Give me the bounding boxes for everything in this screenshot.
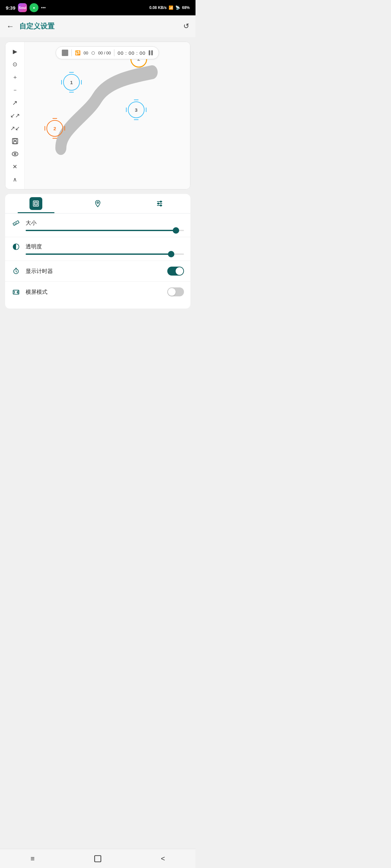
pause-button[interactable]	[149, 50, 153, 55]
stop-button[interactable]	[62, 50, 68, 56]
size-slider-container	[11, 230, 184, 231]
size-slider-fill	[26, 230, 176, 231]
back-button[interactable]: ←	[6, 22, 14, 31]
canvas-card: ▶ ⊙ ＋ － ↗ ↙↗ ↗↙ ✕ ∧	[5, 41, 190, 189]
size-label: 大小	[26, 219, 184, 226]
browser-app-icon: ●	[29, 3, 38, 12]
repeat-icon: 🔁	[75, 50, 80, 55]
svg-rect-6	[35, 202, 37, 205]
svg-point-12	[158, 203, 159, 204]
status-time: 9:39	[6, 5, 16, 10]
status-left: 9:39 Soul ● •••	[6, 3, 46, 12]
settings-card: 大小	[5, 194, 190, 309]
eye-button[interactable]	[8, 148, 22, 160]
status-right: 0.08 KB/s 📶 📡 68%	[149, 5, 190, 10]
svg-point-7	[97, 202, 99, 204]
path-svg	[25, 42, 190, 189]
header: ← 自定义设置 ↺	[0, 16, 196, 37]
opacity-slider-row: 透明度	[11, 243, 184, 250]
timer-label: 显示计时器	[26, 268, 162, 275]
record-button[interactable]: ⊙	[8, 59, 22, 70]
svg-point-3	[12, 152, 18, 156]
opacity-slider-thumb[interactable]	[168, 251, 174, 257]
waypoint-3-label: 3	[135, 107, 138, 113]
opacity-icon	[11, 243, 21, 250]
wifi-icon: 📡	[175, 5, 180, 10]
landscape-label: 横屏模式	[26, 288, 162, 296]
opacity-setting-row: 透明度	[5, 237, 190, 261]
repeat-count: 00	[84, 51, 88, 55]
battery-icon: 68%	[182, 5, 190, 10]
close-button[interactable]: ✕	[8, 161, 22, 173]
tab-sliders[interactable]	[129, 194, 190, 213]
play-button[interactable]: ▶	[8, 46, 22, 57]
svg-point-11	[160, 201, 162, 202]
opacity-slider[interactable]	[26, 253, 184, 255]
waypoint-1[interactable]: 1	[63, 74, 80, 91]
soul-app-icon: Soul	[18, 3, 27, 12]
zoom-in-button[interactable]: ＋	[8, 71, 22, 83]
network-speed: 0.08 KB/s	[149, 5, 167, 10]
canvas-area[interactable]: 🔁 00 ⬡ 00 / 00 00 : 00 : 00	[25, 42, 190, 189]
waypoint-3[interactable]: 3	[128, 101, 144, 118]
status-bar: 9:39 Soul ● ••• 0.08 KB/s 📶 📡 68%	[0, 0, 196, 16]
curve-button[interactable]: ↗	[8, 97, 22, 108]
collapse-button[interactable]: ∧	[8, 174, 22, 185]
divider2	[114, 49, 114, 56]
tab-size[interactable]	[5, 194, 67, 213]
svg-point-4	[14, 153, 16, 155]
tab-bar	[5, 194, 190, 214]
dots-icon: •••	[41, 5, 46, 10]
timer-icon	[11, 268, 21, 275]
svg-rect-2	[13, 142, 16, 144]
save-button[interactable]	[8, 135, 22, 147]
zoom-out-button[interactable]: －	[8, 84, 22, 96]
opacity-slider-fill	[26, 253, 171, 255]
landscape-toggle[interactable]	[167, 287, 184, 297]
script-icon: ⬡	[91, 51, 95, 55]
ruler-icon	[11, 220, 21, 226]
toolbar: ▶ ⊙ ＋ － ↗ ↙↗ ↗↙ ✕ ∧	[5, 42, 25, 189]
refresh-button[interactable]: ↺	[183, 22, 189, 30]
waypoint-2-red[interactable]: 2	[47, 120, 63, 137]
expand-button[interactable]: ↗↙	[8, 123, 22, 134]
size-slider-thumb[interactable]	[173, 227, 179, 234]
size-setting-row: 大小	[5, 214, 190, 237]
landscape-toggle-knob	[168, 288, 176, 296]
signal-icon: 📶	[169, 5, 173, 10]
landscape-icon	[11, 288, 21, 296]
timer-bar: 🔁 00 ⬡ 00 / 00 00 : 00 : 00	[56, 46, 159, 59]
tab-location[interactable]	[67, 194, 129, 213]
timer-toggle-knob	[176, 267, 183, 275]
timer-setting-row: 显示计时器	[5, 261, 190, 282]
divider	[72, 49, 72, 56]
timer-toggle[interactable]	[167, 267, 184, 276]
shrink-button[interactable]: ↙↗	[8, 110, 22, 121]
landscape-setting-row: 横屏模式	[5, 282, 190, 302]
page-title: 自定义设置	[19, 22, 178, 31]
script-count: 00 / 00	[98, 51, 111, 55]
opacity-label: 透明度	[26, 243, 184, 250]
svg-rect-1	[14, 138, 16, 141]
size-slider-row: 大小	[11, 219, 184, 226]
main-content: ▶ ⊙ ＋ － ↗ ↙↗ ↗↙ ✕ ∧	[0, 37, 196, 313]
waypoint-1-label: 1	[70, 80, 73, 85]
opacity-slider-container	[11, 253, 184, 255]
size-tab-icon	[29, 197, 42, 210]
timer-time: 00 : 00 : 00	[118, 50, 145, 56]
size-slider[interactable]	[26, 230, 184, 231]
waypoint-2-red-label: 2	[54, 126, 56, 131]
svg-point-13	[160, 205, 162, 206]
